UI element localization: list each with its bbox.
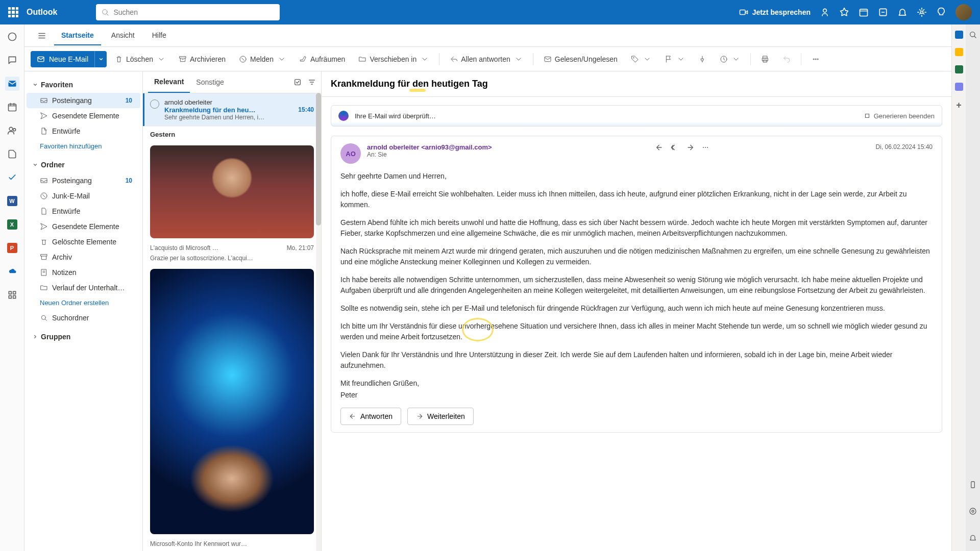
nav-sent-fav[interactable]: Gesendete Elemente — [27, 108, 140, 123]
nav-inbox[interactable]: Posteingang10 — [27, 173, 140, 188]
archive-button[interactable]: Archivieren — [174, 52, 231, 66]
rail-home-icon[interactable] — [5, 30, 19, 44]
undo-button[interactable] — [777, 52, 796, 66]
panel-icon[interactable] — [955, 31, 963, 39]
video-thumbnail-overlay — [150, 145, 314, 238]
message-checkbox[interactable] — [150, 99, 159, 109]
rail-mail-icon[interactable] — [5, 77, 19, 91]
meet-now-label: Jetzt besprechen — [752, 8, 811, 16]
forward-icon[interactable] — [686, 143, 694, 152]
rail-powerpoint-icon[interactable]: P — [5, 241, 19, 255]
move-button[interactable]: Verschieben in — [353, 52, 434, 66]
meet-now-button[interactable]: Jetzt besprechen — [739, 8, 811, 17]
tips-icon[interactable] — [936, 7, 946, 17]
reply-all-button[interactable]: Allen antworten — [445, 52, 528, 66]
favorites-section[interactable]: Favoriten — [27, 77, 140, 93]
toolbar: Neue E-Mail Löschen Archivieren Melden A… — [24, 47, 951, 71]
forward-button[interactable]: Weiterleiten — [407, 408, 474, 425]
panel-icon[interactable] — [955, 65, 963, 73]
search-box[interactable] — [96, 4, 280, 20]
nav-drafts-fav[interactable]: Entwürfe — [27, 123, 140, 139]
teams-icon[interactable] — [820, 7, 830, 17]
nav-conversation-history[interactable]: Verlauf der Unterhalt… — [27, 280, 140, 295]
tab-view[interactable]: Ansicht — [104, 26, 142, 45]
tab-focused[interactable]: Relevant — [148, 71, 190, 93]
reply-all-icon[interactable] — [671, 143, 679, 152]
add-favorite-link[interactable]: Favoriten hinzufügen — [27, 139, 140, 154]
report-button[interactable]: Melden — [234, 52, 291, 66]
svg-rect-12 — [13, 291, 15, 294]
svg-point-39 — [970, 508, 976, 514]
flag-button[interactable] — [659, 52, 690, 66]
chevron-down-icon — [33, 82, 38, 87]
nav-junk[interactable]: Junk-E-Mail — [27, 188, 140, 204]
tag-button[interactable] — [626, 52, 656, 66]
search-icon[interactable] — [969, 31, 977, 39]
print-button[interactable] — [756, 52, 774, 66]
new-folder-link[interactable]: Neuen Ordner erstellen — [27, 295, 140, 310]
my-day-icon[interactable] — [878, 7, 888, 17]
folders-section[interactable]: Ordner — [27, 157, 140, 173]
calendar-sync-icon[interactable] — [859, 7, 869, 17]
read-unread-button[interactable]: Gelesen/Ungelesen — [538, 52, 623, 66]
tab-help[interactable]: Hilfe — [145, 26, 174, 45]
select-all-icon[interactable] — [293, 78, 302, 86]
message-from: arnold oberleiter — [164, 98, 314, 106]
rail-word-icon[interactable]: W — [5, 194, 19, 208]
rail-todo-icon[interactable] — [5, 170, 19, 185]
bell-icon[interactable] — [969, 534, 977, 542]
message-item[interactable]: L'acquisto di Microsoft …Mo, 21:07 — [143, 241, 321, 255]
new-mail-button[interactable]: Neue E-Mail — [31, 51, 107, 67]
app-launcher-icon[interactable] — [8, 7, 18, 17]
account-avatar[interactable] — [955, 4, 972, 20]
svg-point-38 — [972, 510, 974, 512]
image-thumbnail-overlay — [150, 269, 314, 534]
add-panel-icon[interactable]: + — [956, 100, 962, 111]
nav-inbox-fav[interactable]: Posteingang10 — [27, 93, 140, 108]
nav-search-folders[interactable]: Suchordner — [27, 310, 140, 325]
rail-files-icon[interactable] — [5, 147, 19, 161]
nav-drafts[interactable]: Entwürfe — [27, 204, 140, 219]
list-scrollbar[interactable] — [316, 93, 321, 551]
reply-button[interactable]: Antworten — [340, 408, 401, 425]
bell-icon[interactable] — [897, 7, 908, 17]
rail-people-icon[interactable] — [5, 123, 19, 138]
panel-icon[interactable] — [955, 83, 963, 91]
delete-button[interactable]: Löschen — [110, 52, 170, 66]
new-mail-dropdown[interactable] — [94, 51, 107, 67]
rail-more-apps-icon[interactable] — [5, 288, 19, 302]
stop-generating-button[interactable]: Generieren beenden — [864, 112, 935, 120]
sender-name: arnold oberleiter — [367, 143, 420, 151]
nav-sent[interactable]: Gesendete Elemente — [27, 219, 140, 234]
panel-icon[interactable] — [955, 48, 963, 56]
snooze-button[interactable] — [715, 52, 745, 66]
more-button[interactable] — [806, 52, 825, 66]
premium-icon[interactable] — [839, 7, 849, 17]
more-icon[interactable] — [701, 143, 709, 152]
video-icon — [739, 8, 748, 17]
message-item[interactable]: arnold oberleiter Krankmeldung für den h… — [143, 93, 321, 127]
gear-icon[interactable] — [917, 7, 927, 17]
rail-onedrive-icon[interactable] — [5, 264, 19, 279]
svg-point-9 — [9, 127, 13, 131]
svg-rect-37 — [971, 482, 975, 488]
filter-icon[interactable] — [308, 78, 316, 86]
sweep-button[interactable]: Aufräumen — [294, 52, 350, 66]
svg-point-25 — [815, 59, 816, 60]
search-input[interactable] — [113, 8, 275, 16]
phone-icon[interactable] — [969, 481, 977, 489]
rail-chat-icon[interactable] — [5, 53, 19, 67]
rail-excel-icon[interactable]: X — [5, 217, 19, 232]
nav-archive[interactable]: Archiv — [27, 249, 140, 265]
svg-point-30 — [41, 315, 45, 319]
reply-icon[interactable] — [655, 143, 664, 152]
svg-rect-13 — [9, 296, 11, 298]
pin-button[interactable] — [693, 52, 712, 66]
tab-other[interactable]: Sonstige — [190, 72, 230, 92]
settings-icon[interactable] — [969, 507, 977, 515]
rail-calendar-icon[interactable] — [5, 100, 19, 114]
nav-notes[interactable]: Notizen — [27, 265, 140, 280]
nav-deleted[interactable]: Gelöschte Elemente — [27, 234, 140, 249]
groups-section[interactable]: Gruppen — [27, 329, 140, 345]
window-right-rail — [966, 24, 980, 551]
